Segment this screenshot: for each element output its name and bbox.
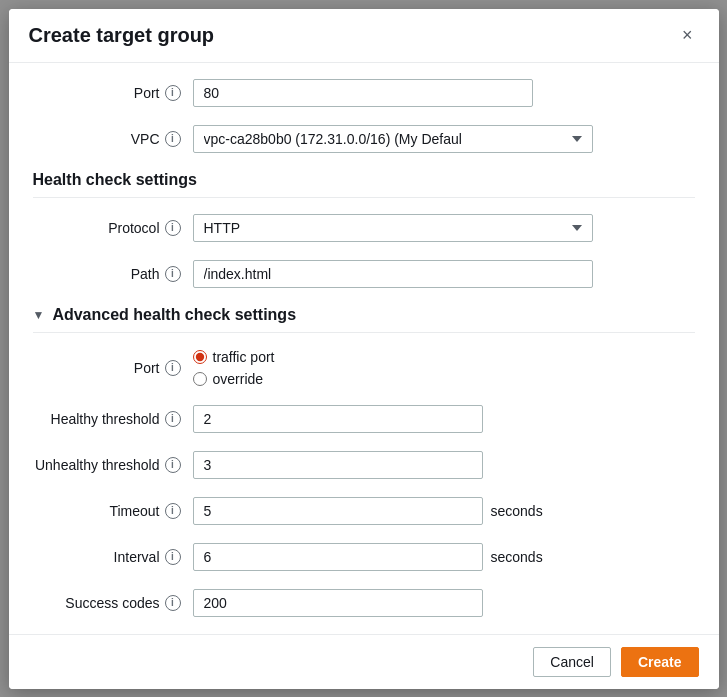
protocol-label: Protocol i [33,220,193,236]
close-button[interactable]: × [676,23,699,48]
success-codes-input[interactable] [193,589,483,617]
success-codes-info-icon[interactable]: i [165,595,181,611]
protocol-row: Protocol i HTTP HTTPS [33,214,695,242]
path-label: Path i [33,266,193,282]
create-button[interactable]: Create [621,647,699,677]
advanced-port-row: Port i traffic port override [33,349,695,387]
timeout-info-icon[interactable]: i [165,503,181,519]
port-row: Port i [33,79,695,107]
advanced-section-title: Advanced health check settings [52,306,296,324]
traffic-port-option[interactable]: traffic port [193,349,275,365]
advanced-section-header: ▼ Advanced health check settings [33,306,695,333]
timeout-row: Timeout i seconds [33,497,695,525]
healthy-threshold-info-icon[interactable]: i [165,411,181,427]
healthy-threshold-label: Healthy threshold i [33,411,193,427]
modal-title: Create target group [29,24,215,47]
interval-row: Interval i seconds [33,543,695,571]
vpc-label: VPC i [33,131,193,147]
interval-input[interactable] [193,543,483,571]
vpc-row: VPC i vpc-ca28b0b0 (172.31.0.0/16) (My D… [33,125,695,153]
interval-suffix: seconds [491,549,543,565]
port-radio-group: traffic port override [193,349,275,387]
interval-info-icon[interactable]: i [165,549,181,565]
unhealthy-threshold-info-icon[interactable]: i [165,457,181,473]
healthy-threshold-input[interactable] [193,405,483,433]
timeout-label: Timeout i [33,503,193,519]
timeout-input[interactable] [193,497,483,525]
timeout-suffix: seconds [491,503,543,519]
port-info-icon[interactable]: i [165,85,181,101]
interval-label: Interval i [33,549,193,565]
override-port-option[interactable]: override [193,371,275,387]
modal-body: Port i VPC i vpc-ca28b0b0 (172.31.0.0/16… [9,63,719,634]
healthy-threshold-row: Healthy threshold i [33,405,695,433]
success-codes-label: Success codes i [33,595,193,611]
advanced-section-toggle[interactable]: ▼ [33,308,45,322]
port-label: Port i [33,85,193,101]
advanced-port-info-icon[interactable]: i [165,360,181,376]
path-input[interactable] [193,260,593,288]
modal-overlay: Create target group × Port i VPC i vpc-c… [0,0,727,697]
modal-dialog: Create target group × Port i VPC i vpc-c… [9,9,719,689]
protocol-info-icon[interactable]: i [165,220,181,236]
cancel-button[interactable]: Cancel [533,647,611,677]
unhealthy-threshold-input[interactable] [193,451,483,479]
success-codes-row: Success codes i [33,589,695,617]
traffic-port-radio[interactable] [193,350,207,364]
port-input[interactable] [193,79,533,107]
path-row: Path i [33,260,695,288]
vpc-select[interactable]: vpc-ca28b0b0 (172.31.0.0/16) (My Defaul [193,125,593,153]
modal-footer: Cancel Create [9,634,719,689]
health-check-section-header: Health check settings [33,171,695,198]
protocol-select[interactable]: HTTP HTTPS [193,214,593,242]
path-info-icon[interactable]: i [165,266,181,282]
modal-header: Create target group × [9,9,719,63]
health-check-section-title: Health check settings [33,171,198,189]
override-port-radio[interactable] [193,372,207,386]
vpc-info-icon[interactable]: i [165,131,181,147]
advanced-port-label: Port i [33,360,193,376]
unhealthy-threshold-label: Unhealthy threshold i [33,457,193,473]
unhealthy-threshold-row: Unhealthy threshold i [33,451,695,479]
